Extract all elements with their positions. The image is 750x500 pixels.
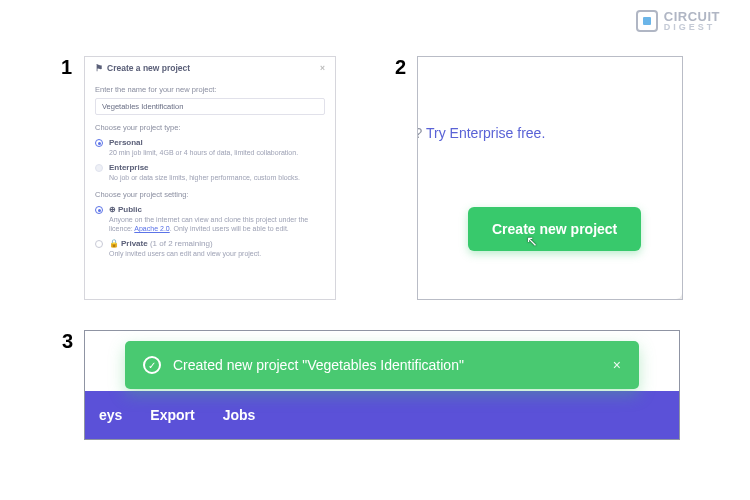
option-private[interactable]: 🔒Private (1 of 2 remaining) Only invited… — [95, 239, 325, 258]
brand-logo: CIRCUIT DIGEST — [636, 10, 720, 32]
nav-item-jobs[interactable]: Jobs — [223, 407, 256, 423]
cursor-icon: ↖ — [526, 233, 538, 249]
name-field-label: Enter the name for your new project: — [95, 85, 325, 94]
lock-icon: 🔒 — [109, 239, 119, 248]
modal-title: Create a new project — [107, 63, 190, 73]
option-enterprise-desc: No job or data size limits, higher perfo… — [109, 173, 300, 182]
nav-item-keys[interactable]: eys — [99, 407, 122, 423]
project-name-input[interactable]: Vegetables Identification — [95, 98, 325, 115]
globe-icon: ⊕ — [109, 205, 116, 214]
radio-selected-icon — [95, 206, 103, 214]
flag-icon: ⚑ — [95, 63, 103, 73]
option-personal-title: Personal — [109, 138, 298, 147]
fragment-text-mid: ojects? Try Enterprise free. — [417, 125, 545, 141]
option-private-remaining: (1 of 2 remaining) — [150, 239, 213, 248]
type-field-label: Choose your project type: — [95, 123, 325, 132]
step-label-2: 2 — [395, 56, 406, 79]
project-name-value: Vegetables Identification — [102, 102, 183, 111]
create-new-project-button[interactable]: Create new project — [468, 207, 641, 251]
option-enterprise-title: Enterprise — [109, 163, 300, 172]
option-private-title: Private — [121, 239, 148, 248]
option-enterprise[interactable]: Enterprise No job or data size limits, h… — [95, 163, 325, 182]
nav-item-export[interactable]: Export — [150, 407, 194, 423]
option-public[interactable]: ⊕Public Anyone on the internet can view … — [95, 205, 325, 233]
radio-unselected-icon — [95, 240, 103, 248]
radio-selected-icon — [95, 139, 103, 147]
option-public-desc: Anyone on the internet can view and clon… — [109, 215, 325, 233]
toast-message: Created new project "Vegetables Identifi… — [173, 357, 464, 373]
create-button-panel: ect. ojects? Try Enterprise free. Create… — [417, 56, 683, 300]
chip-icon — [636, 10, 658, 32]
setting-field-label: Choose your project setting: — [95, 190, 325, 199]
step-label-1: 1 — [61, 56, 72, 79]
check-circle-icon: ✓ — [143, 356, 161, 374]
option-public-title: Public — [118, 205, 142, 214]
close-icon[interactable]: × — [320, 63, 325, 73]
nav-bar: eys Export Jobs — [85, 391, 679, 439]
create-project-modal: ⚑ Create a new project × Enter the name … — [84, 56, 336, 300]
radio-disabled-icon — [95, 164, 103, 172]
brand-sub: DIGEST — [664, 23, 720, 32]
success-toast: ✓ Created new project "Vegetables Identi… — [125, 341, 639, 389]
option-personal-desc: 20 min job limit, 4GB or 4 hours of data… — [109, 148, 298, 157]
step-label-3: 3 — [62, 330, 73, 353]
option-personal[interactable]: Personal 20 min job limit, 4GB or 4 hour… — [95, 138, 325, 157]
option-private-desc: Only invited users can edit and view you… — [109, 249, 261, 258]
toast-close-icon[interactable]: × — [613, 357, 621, 373]
enterprise-link[interactable]: Try Enterprise free. — [426, 125, 545, 141]
toast-panel: eys Export Jobs ✓ Created new project "V… — [84, 330, 680, 440]
license-link[interactable]: Apache 2.0 — [134, 225, 169, 232]
